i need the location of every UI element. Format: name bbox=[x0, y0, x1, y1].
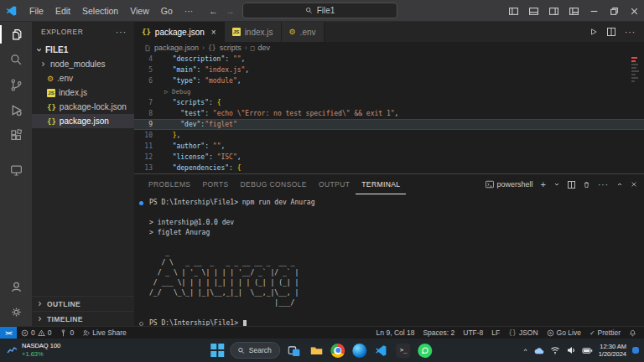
notifications-button[interactable] bbox=[625, 329, 641, 337]
toggle-panel-icon[interactable] bbox=[523, 0, 543, 22]
customize-layout-icon[interactable] bbox=[564, 0, 584, 22]
breadcrumb-scope[interactable]: scripts bbox=[220, 44, 242, 52]
menu-overflow[interactable]: ··· bbox=[179, 0, 200, 22]
tray-chevron-up-icon[interactable]: ^ bbox=[524, 347, 527, 354]
whatsapp-icon[interactable] bbox=[418, 343, 434, 359]
code-line-12[interactable]: 12 "license": "ISC", bbox=[134, 152, 644, 163]
tab-problems[interactable]: PROBLEMS bbox=[143, 174, 196, 194]
maximize-button[interactable] bbox=[604, 0, 624, 22]
edge-icon[interactable] bbox=[352, 343, 368, 359]
code-line-4[interactable]: 4 "description": "", bbox=[134, 54, 644, 65]
activity-remote-explorer[interactable] bbox=[0, 158, 32, 183]
chrome-icon[interactable] bbox=[330, 343, 346, 359]
toggle-sidebar-icon[interactable] bbox=[503, 0, 523, 22]
activity-run-debug[interactable] bbox=[0, 97, 32, 122]
file-row-node-modules[interactable]: node_modules bbox=[32, 57, 134, 71]
indentation[interactable]: Spaces: 2 bbox=[418, 328, 459, 337]
breadcrumb-file[interactable]: package.json bbox=[154, 44, 199, 52]
manage-button[interactable] bbox=[0, 299, 32, 324]
menu-view[interactable]: View bbox=[124, 0, 155, 22]
file-row-index-js[interactable]: JS index.js bbox=[32, 85, 134, 100]
vscode-app-icon[interactable] bbox=[374, 343, 390, 359]
code-line-7[interactable]: 7 "scripts": { bbox=[134, 97, 644, 108]
terminal-output[interactable]: PS D:\Intership\File1> npm run dev Anura… bbox=[134, 195, 644, 326]
activity-extensions[interactable] bbox=[0, 122, 32, 147]
taskbar-search[interactable]: Search bbox=[230, 342, 281, 359]
start-button-icon[interactable] bbox=[210, 344, 224, 357]
chevron-down-icon[interactable] bbox=[553, 181, 560, 188]
outline-section[interactable]: OUTLINE bbox=[32, 296, 134, 311]
code-line-8[interactable]: 8 "test": "echo \"Error: no test specifi… bbox=[134, 108, 644, 119]
codelens-debug[interactable]: ▷ Debug bbox=[134, 86, 644, 97]
terminal-app-icon[interactable]: >_ bbox=[396, 343, 412, 359]
code-line-10[interactable]: 10 }, bbox=[134, 130, 644, 141]
explorer-more-actions-icon[interactable]: ··· bbox=[116, 28, 127, 37]
code-line-5[interactable]: 5 "main": "index.js", bbox=[134, 65, 644, 75]
tab-package-json[interactable]: {} package.json × bbox=[134, 22, 225, 42]
timeline-section[interactable]: TIMELINE bbox=[32, 311, 134, 326]
code-line-9[interactable]: 9 "dev":"figlet" bbox=[134, 119, 644, 130]
tab-terminal[interactable]: TERMINAL bbox=[356, 174, 406, 194]
back-arrow-icon[interactable]: ← bbox=[209, 6, 218, 16]
remote-indicator[interactable]: >< bbox=[0, 327, 17, 339]
panel-more-actions-icon[interactable]: ··· bbox=[598, 180, 609, 189]
code-line-6[interactable]: 6 "type": "module", bbox=[134, 75, 644, 86]
tab-index-js[interactable]: JS index.js bbox=[225, 22, 282, 42]
cursor-position[interactable]: Ln 9, Col 18 bbox=[372, 328, 419, 337]
split-editor-icon[interactable] bbox=[607, 28, 615, 36]
menu-go[interactable]: Go bbox=[155, 0, 179, 22]
widgets-button[interactable]: NASDAQ 100 +1.63% bbox=[7, 342, 60, 358]
task-view-icon[interactable] bbox=[287, 343, 303, 359]
accounts-button[interactable] bbox=[0, 274, 32, 299]
notification-badge[interactable] bbox=[632, 347, 639, 354]
code-editor[interactable]: 4 "description": "",5 "main": "index.js"… bbox=[134, 54, 644, 173]
tab-output[interactable]: OUTPUT bbox=[313, 174, 356, 194]
problems-indicator[interactable]: 0 0 bbox=[17, 328, 55, 337]
file-row-package-json[interactable]: {} package.json bbox=[32, 114, 134, 128]
go-live-button[interactable]: Go Live bbox=[543, 328, 585, 337]
broadcast-indicator[interactable]: 0 bbox=[55, 328, 78, 337]
tab-debug-console[interactable]: DEBUG CONSOLE bbox=[235, 174, 313, 194]
minimize-button[interactable] bbox=[584, 0, 604, 22]
file-row-package-lock[interactable]: {} package-lock.json bbox=[32, 100, 134, 114]
activity-search[interactable] bbox=[0, 47, 32, 72]
close-button[interactable] bbox=[624, 0, 644, 22]
terminal-shell-selector[interactable]: powershell bbox=[486, 180, 533, 189]
minimap[interactable] bbox=[629, 55, 642, 84]
onedrive-cloud-icon[interactable] bbox=[533, 346, 544, 355]
volume-icon[interactable] bbox=[566, 345, 576, 355]
kill-terminal-icon[interactable] bbox=[583, 181, 590, 189]
language-mode[interactable]: {} JSON bbox=[504, 328, 542, 337]
close-icon[interactable]: × bbox=[211, 28, 216, 37]
tab-env[interactable]: ⚙ .env bbox=[282, 22, 325, 42]
clock[interactable]: 12:30 AM 1/20/2024 bbox=[599, 343, 626, 359]
run-button-icon[interactable] bbox=[589, 28, 598, 36]
code-line-11[interactable]: 11 "author": "", bbox=[134, 141, 644, 152]
battery-icon[interactable] bbox=[582, 346, 593, 355]
code-line-13[interactable]: 13 "dependencies": { bbox=[134, 163, 644, 173]
maximize-panel-icon[interactable] bbox=[616, 181, 623, 188]
split-terminal-icon[interactable] bbox=[568, 181, 575, 189]
live-share-button[interactable]: Live Share bbox=[78, 328, 131, 337]
breadcrumb-symbol[interactable]: dev bbox=[258, 44, 271, 52]
command-center-search[interactable]: File1 bbox=[242, 3, 397, 18]
forward-arrow-icon[interactable]: → bbox=[226, 6, 235, 16]
explorer-root-folder[interactable]: FILE1 bbox=[32, 42, 134, 57]
prettier-button[interactable]: ✓ Prettier bbox=[585, 328, 625, 337]
menu-edit[interactable]: Edit bbox=[49, 0, 76, 22]
more-actions-icon[interactable]: ··· bbox=[625, 28, 636, 37]
menu-file[interactable]: File bbox=[23, 0, 49, 22]
encoding[interactable]: UTF-8 bbox=[459, 328, 487, 337]
tab-label: package.json bbox=[155, 28, 205, 37]
file-explorer-icon[interactable] bbox=[309, 343, 325, 359]
activity-source-control[interactable] bbox=[0, 72, 32, 97]
close-panel-icon[interactable] bbox=[631, 181, 637, 188]
menu-selection[interactable]: Selection bbox=[76, 0, 124, 22]
activity-explorer[interactable] bbox=[0, 22, 32, 47]
new-terminal-icon[interactable]: + bbox=[541, 179, 546, 189]
toggle-secondary-sidebar-icon[interactable] bbox=[543, 0, 564, 22]
tab-ports[interactable]: PORTS bbox=[196, 174, 234, 194]
file-row-env[interactable]: ⚙ .env bbox=[32, 71, 134, 85]
wifi-icon[interactable] bbox=[550, 345, 560, 355]
eol-sequence[interactable]: LF bbox=[487, 328, 504, 337]
